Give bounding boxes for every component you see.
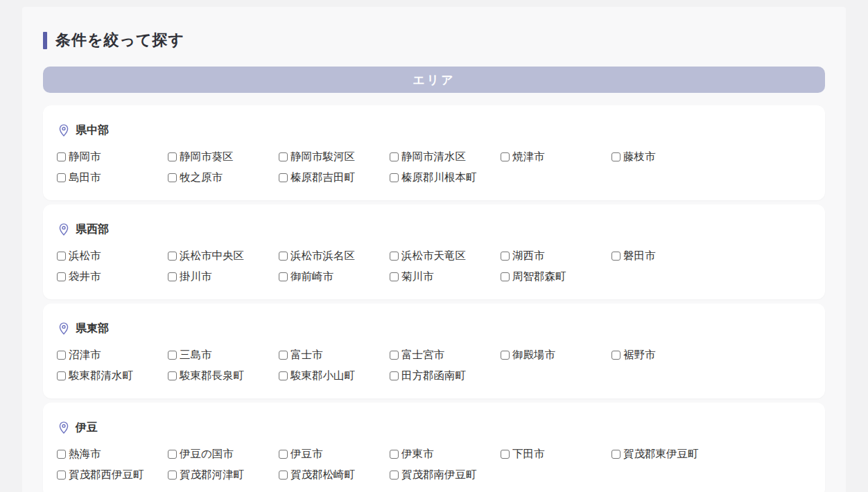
checkbox[interactable]	[611, 152, 620, 161]
checkbox[interactable]	[279, 272, 288, 281]
checkbox[interactable]	[611, 351, 620, 360]
checkbox[interactable]	[390, 272, 399, 281]
municipality-checkbox-item[interactable]: 焼津市	[501, 150, 611, 164]
municipality-checkbox-label: 静岡市駿河区	[290, 150, 355, 164]
municipality-checkbox-item[interactable]: 掛川市	[168, 270, 279, 284]
municipality-checkbox-item[interactable]: 島田市	[57, 170, 168, 185]
municipality-checkbox-item[interactable]: 賀茂郡河津町	[168, 468, 279, 482]
checkbox[interactable]	[168, 152, 177, 161]
municipality-checkbox-item[interactable]: 裾野市	[611, 348, 722, 362]
municipality-checkbox-item[interactable]: 賀茂郡松崎町	[279, 468, 390, 482]
checkbox[interactable]	[57, 471, 66, 480]
checkbox[interactable]	[168, 450, 177, 459]
municipality-checkbox-item[interactable]: 下田市	[501, 447, 611, 462]
municipality-checkbox-item[interactable]: 田方郡函南町	[390, 369, 501, 383]
municipality-checkbox-label: 伊豆市	[290, 447, 323, 462]
municipality-checkbox-item[interactable]: 浜松市天竜区	[390, 249, 501, 263]
municipality-checkbox-item[interactable]: 牧之原市	[168, 170, 279, 185]
checkbox[interactable]	[390, 471, 399, 480]
checkbox[interactable]	[57, 450, 66, 459]
checkbox[interactable]	[279, 371, 288, 380]
municipality-checkbox-item[interactable]: 菊川市	[390, 270, 501, 284]
municipality-checkbox-item[interactable]: 静岡市葵区	[168, 150, 279, 164]
municipality-checkbox-label: 賀茂郡河津町	[180, 468, 244, 482]
municipality-checkbox-label: 三島市	[180, 348, 212, 362]
checkbox[interactable]	[279, 252, 288, 261]
municipality-checkbox-item[interactable]: 浜松市中央区	[168, 249, 279, 263]
municipality-checkbox-item[interactable]: 榛原郡川根本町	[390, 170, 501, 185]
municipality-checkbox-item[interactable]: 駿東郡清水町	[57, 369, 168, 383]
area-banner[interactable]: エリア	[43, 67, 825, 93]
municipality-checkbox-label: 沼津市	[69, 348, 101, 362]
checkbox[interactable]	[279, 450, 288, 459]
municipality-checkbox-item[interactable]: 伊東市	[390, 447, 501, 462]
municipality-checkbox-item[interactable]: 浜松市	[57, 249, 168, 263]
municipality-checkbox-item[interactable]: 賀茂郡東伊豆町	[611, 447, 722, 462]
checkbox[interactable]	[57, 371, 66, 380]
checkbox[interactable]	[611, 450, 620, 459]
municipality-checkbox-label: 袋井市	[69, 270, 101, 284]
checkbox[interactable]	[390, 371, 399, 380]
municipality-checkbox-label: 牧之原市	[180, 170, 223, 185]
checkbox[interactable]	[168, 471, 177, 480]
checkbox[interactable]	[501, 252, 510, 261]
checkbox[interactable]	[168, 173, 177, 182]
municipality-checkbox-item[interactable]: 賀茂郡西伊豆町	[57, 468, 168, 482]
checkbox[interactable]	[390, 152, 399, 161]
municipality-checkbox-item[interactable]: 磐田市	[611, 249, 722, 263]
checkbox[interactable]	[390, 450, 399, 459]
municipality-checkbox-item[interactable]: 熱海市	[57, 447, 168, 462]
checkbox[interactable]	[390, 351, 399, 360]
municipality-checkbox-item[interactable]: 富士宮市	[390, 348, 501, 362]
area-section-card: 県東部沼津市三島市富士市富士宮市御殿場市裾野市駿東郡清水町駿東郡長泉町駿東郡小山…	[43, 304, 825, 398]
area-section-card: 県西部浜松市浜松市中央区浜松市浜名区浜松市天竜区湖西市磐田市袋井市掛川市御前崎市…	[43, 204, 825, 299]
municipality-checkbox-item[interactable]: 袋井市	[57, 270, 168, 284]
municipality-checkbox-item[interactable]: 伊豆市	[279, 447, 390, 462]
checkbox[interactable]	[168, 371, 177, 380]
location-pin-icon	[57, 322, 71, 335]
section-heading: 伊豆	[57, 421, 811, 434]
checkbox[interactable]	[501, 351, 510, 360]
checkbox[interactable]	[279, 173, 288, 182]
checkbox[interactable]	[279, 152, 288, 161]
municipality-checkbox-item[interactable]: 富士市	[279, 348, 390, 362]
municipality-checkbox-label: 榛原郡川根本町	[401, 170, 477, 185]
checkbox[interactable]	[279, 351, 288, 360]
municipality-checkbox-item[interactable]: 静岡市清水区	[390, 150, 501, 164]
checkbox[interactable]	[501, 450, 510, 459]
municipality-checkbox-item[interactable]: 藤枝市	[611, 150, 722, 164]
checkbox[interactable]	[390, 252, 399, 261]
checkbox[interactable]	[57, 351, 66, 360]
checkbox[interactable]	[501, 272, 510, 281]
municipality-checkbox-label: 伊豆の国市	[180, 447, 234, 462]
municipality-checkbox-item[interactable]: 伊豆の国市	[168, 447, 279, 462]
municipality-checkbox-item[interactable]: 沼津市	[57, 348, 168, 362]
municipality-checkbox-item[interactable]: 三島市	[168, 348, 279, 362]
municipality-checkbox-item[interactable]: 浜松市浜名区	[279, 249, 390, 263]
checkbox[interactable]	[57, 173, 66, 182]
municipality-checkbox-item[interactable]: 駿東郡小山町	[279, 369, 390, 383]
checkbox[interactable]	[168, 272, 177, 281]
municipality-checkbox-item[interactable]: 賀茂郡南伊豆町	[390, 468, 501, 482]
checkbox[interactable]	[611, 252, 620, 261]
municipality-checkbox-item[interactable]: 御殿場市	[501, 348, 611, 362]
checkbox[interactable]	[57, 152, 66, 161]
municipality-checkbox-grid: 静岡市静岡市葵区静岡市駿河区静岡市清水区焼津市藤枝市島田市牧之原市榛原郡吉田町榛…	[57, 150, 811, 185]
section-heading-label: 伊豆	[76, 421, 98, 434]
municipality-checkbox-item[interactable]: 御前崎市	[279, 270, 390, 284]
section-heading: 県東部	[57, 322, 811, 335]
checkbox[interactable]	[168, 252, 177, 261]
municipality-checkbox-item[interactable]: 駿東郡長泉町	[168, 369, 279, 383]
municipality-checkbox-item[interactable]: 湖西市	[501, 249, 611, 263]
checkbox[interactable]	[57, 252, 66, 261]
municipality-checkbox-item[interactable]: 静岡市	[57, 150, 168, 164]
municipality-checkbox-item[interactable]: 静岡市駿河区	[279, 150, 390, 164]
checkbox[interactable]	[390, 173, 399, 182]
checkbox[interactable]	[168, 351, 177, 360]
checkbox[interactable]	[501, 152, 510, 161]
municipality-checkbox-item[interactable]: 榛原郡吉田町	[279, 170, 390, 185]
municipality-checkbox-item[interactable]: 周智郡森町	[501, 270, 611, 284]
checkbox[interactable]	[279, 471, 288, 480]
municipality-checkbox-label: 静岡市清水区	[401, 150, 466, 164]
checkbox[interactable]	[57, 272, 66, 281]
